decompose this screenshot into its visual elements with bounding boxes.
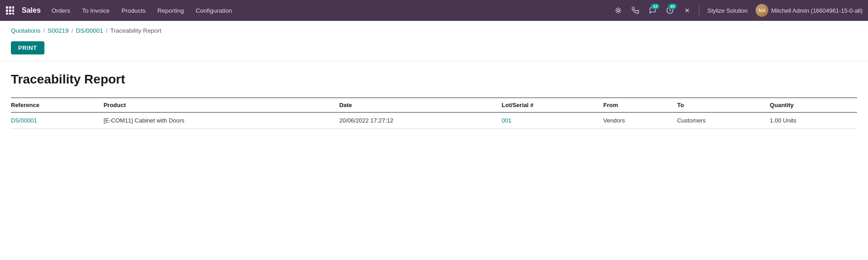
table-row: DS/00001 [E-COM11] Cabinet with Doors 20… — [11, 113, 857, 129]
svg-rect-7 — [9, 13, 11, 15]
report-content: Traceability Report Reference Product Da… — [0, 72, 868, 129]
close-icon-button[interactable] — [680, 3, 694, 18]
chat-badge: 43 — [651, 4, 659, 9]
cell-lot-serial: 001 — [502, 113, 603, 129]
user-menu[interactable]: MA Mitchell Admin (16604961-15-0-all) — [754, 4, 864, 17]
user-avatar: MA — [756, 4, 768, 17]
nav-to-invoice[interactable]: To Invoice — [77, 5, 115, 17]
nav-items: Orders To Invoice Products Reporting Con… — [46, 5, 609, 17]
bug-icon-button[interactable] — [611, 3, 626, 18]
breadcrumb-current: Traceability Report — [110, 27, 161, 34]
col-quantity: Quantity — [770, 98, 857, 113]
grid-menu-icon[interactable] — [4, 4, 16, 17]
svg-rect-8 — [12, 13, 14, 15]
breadcrumb-sep-3: / — [106, 27, 107, 34]
breadcrumb: Quotations / S00219 / DS/00001 / Traceab… — [0, 21, 868, 39]
svg-rect-6 — [6, 13, 8, 15]
phone-icon-button[interactable] — [628, 3, 643, 18]
col-from: From — [603, 98, 677, 113]
svg-point-9 — [617, 9, 619, 11]
nav-reporting[interactable]: Reporting — [152, 5, 189, 17]
col-reference: Reference — [11, 98, 103, 113]
svg-rect-0 — [6, 6, 8, 9]
clock-icon-button[interactable]: 45 — [663, 3, 677, 18]
print-button[interactable]: PRINT — [11, 41, 44, 54]
svg-rect-4 — [9, 10, 11, 12]
table-header-row: Reference Product Date Lot/Serial # From… — [11, 98, 857, 113]
navbar: Sales Orders To Invoice Products Reporti… — [0, 0, 868, 21]
nav-divider — [699, 6, 699, 15]
nav-orders[interactable]: Orders — [46, 5, 76, 17]
chat-icon-button[interactable]: 43 — [645, 3, 660, 18]
cell-quantity: 1.00 Units — [770, 113, 857, 129]
app-brand[interactable]: Sales — [18, 6, 44, 15]
breadcrumb-sep-1: / — [43, 27, 45, 34]
col-product: Product — [103, 98, 339, 113]
nav-right: 43 45 Stylize Solution MA Mitchell Admin… — [611, 3, 865, 18]
svg-rect-2 — [12, 6, 14, 9]
cell-to: Customers — [677, 113, 770, 129]
cell-reference: DS/00001 — [11, 113, 103, 129]
breadcrumb-sep-2: / — [72, 27, 73, 34]
clock-badge: 45 — [668, 4, 676, 9]
cell-from: Vendors — [603, 113, 677, 129]
traceability-table: Reference Product Date Lot/Serial # From… — [11, 98, 857, 129]
lot-serial-link[interactable]: 001 — [502, 117, 512, 124]
nav-configuration[interactable]: Configuration — [190, 5, 238, 17]
cell-product: [E-COM11] Cabinet with Doors — [103, 113, 339, 129]
nav-products[interactable]: Products — [116, 5, 151, 17]
svg-rect-1 — [9, 6, 11, 9]
breadcrumb-quotations[interactable]: Quotations — [11, 27, 40, 34]
svg-rect-5 — [12, 10, 14, 12]
svg-rect-3 — [6, 10, 8, 12]
action-bar: PRINT — [0, 39, 868, 61]
separator — [0, 61, 868, 61]
report-title: Traceability Report — [11, 72, 857, 87]
company-name[interactable]: Stylize Solution — [704, 7, 752, 14]
col-date: Date — [339, 98, 501, 113]
content-area: Quotations / S00219 / DS/00001 / Traceab… — [0, 21, 868, 260]
user-name: Mitchell Admin (16604961-15-0-all) — [771, 7, 863, 14]
reference-link[interactable]: DS/00001 — [11, 117, 37, 124]
breadcrumb-s00219[interactable]: S00219 — [48, 27, 69, 34]
col-lot-serial: Lot/Serial # — [502, 98, 603, 113]
breadcrumb-ds00001[interactable]: DS/00001 — [76, 27, 103, 34]
cell-date: 20/06/2022 17:27:12 — [339, 113, 501, 129]
col-to: To — [677, 98, 770, 113]
